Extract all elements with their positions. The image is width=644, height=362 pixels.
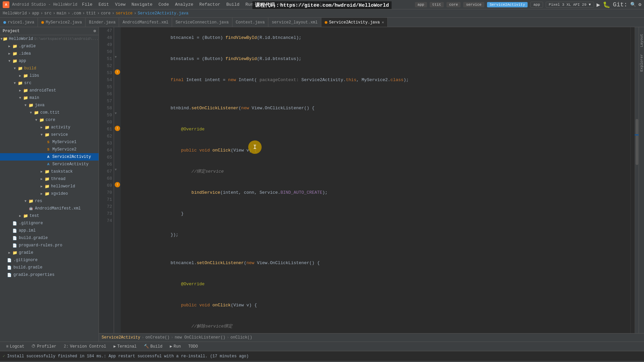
tree-serviceactivity[interactable]: A ServiceActivity — [0, 161, 99, 168]
tab-context[interactable]: Context.java — [232, 18, 268, 27]
fold-arrow-51[interactable]: ▼ — [115, 55, 117, 59]
editor-area: 47484950 51525354 55565758 59606162 6364… — [99, 27, 644, 342]
toolbar-service[interactable]: service — [463, 2, 484, 7]
path-helloworld[interactable]: HelloWorld — [3, 11, 27, 16]
tree-gradle[interactable]: ▶ 📁 .gradle — [0, 43, 99, 50]
tree-gradle-root[interactable]: ▶ 📁 gradle — [0, 249, 99, 256]
code-editor[interactable]: btncancel = (Button) findViewById(R.id.b… — [121, 27, 635, 333]
search-button[interactable]: 🔍 — [630, 2, 636, 7]
tab-serviceconnection[interactable]: ServiceConnection.java — [172, 18, 232, 27]
path-core[interactable]: core — [101, 11, 111, 16]
tree-test[interactable]: ▶ 📁 test — [0, 212, 99, 220]
tree-activity[interactable]: ▶ 📁 activity — [0, 124, 99, 131]
tree-androidmanifest-xml[interactable]: 🤖 AndroidManifest.xml — [0, 205, 99, 212]
tree-build[interactable]: ▼ 📁 build — [0, 65, 99, 72]
breadcrumb-oncreate[interactable]: onCreate() — [145, 335, 169, 340]
fold-arrow-59[interactable]: ▼ — [115, 112, 117, 115]
terminal-btn[interactable]: ▶ Terminal — [110, 343, 140, 350]
tree-taskstack[interactable]: ▶ 📁 taskstack — [0, 168, 99, 175]
breakpoint-53[interactable]: ! — [115, 69, 120, 75]
tree-main[interactable]: ▼ 📁 main — [0, 94, 99, 102]
tree-androidtest[interactable]: ▶ 📁 androidTest — [0, 87, 99, 94]
menu-navigate[interactable]: Navigate — [129, 1, 155, 8]
run-btn[interactable]: ▶ Run — [166, 343, 184, 350]
tab-service2layout[interactable]: service2_layout.xml — [268, 18, 321, 27]
folder-icon: 📁 — [23, 213, 28, 219]
tree-gitignore-app[interactable]: 📄 .gitignore — [0, 220, 99, 227]
toolbar-pixel[interactable]: Pixel 3 XL API 29 ▼ — [546, 2, 594, 8]
run-button[interactable]: ▶ — [597, 1, 600, 8]
toolbar-core[interactable]: core — [446, 2, 461, 7]
tab-myservice2[interactable]: MyService2.java — [38, 18, 86, 27]
tab-binder[interactable]: Binder.java — [86, 18, 119, 27]
path-app[interactable]: app — [32, 11, 39, 16]
tree-label: HelloWorld — [9, 37, 33, 41]
menu-file[interactable]: File — [79, 1, 95, 8]
tab-androidmanifest[interactable]: AndroidManifest.xml — [119, 18, 172, 27]
toolbar-service2activity[interactable]: Service2Activity — [487, 2, 528, 7]
tree-myservice2[interactable]: S MyService2 — [0, 146, 99, 153]
tree-buildgradle-app[interactable]: 📄 build.gradle — [0, 234, 99, 242]
tree-buildgradle-root[interactable]: 📄 build.gradle — [0, 264, 99, 271]
tree-core[interactable]: ▼ 📁 core — [0, 116, 99, 124]
tree-xgvideo[interactable]: ▶ 📁 xgvideo — [0, 190, 99, 197]
tree-gradle-properties[interactable]: 📄 gradle.properties — [0, 271, 99, 279]
tree-myservice1[interactable]: S MyService1 — [0, 138, 99, 146]
tree-java[interactable]: ▼ 📁 java — [0, 102, 99, 109]
menu-code[interactable]: Code — [156, 1, 172, 8]
tree-idea[interactable]: ▶ 📁 .idea — [0, 50, 99, 57]
toolbar-ttit[interactable]: ttit — [430, 2, 444, 7]
settings-button[interactable]: ⚙ — [639, 2, 641, 7]
path-ttit[interactable]: ttit — [86, 11, 96, 16]
build-btn[interactable]: 🔨 Build — [141, 343, 166, 350]
tree-res[interactable]: ▼ 📁 res — [0, 197, 99, 205]
vcs-btn[interactable]: 2: Version Control — [60, 344, 109, 350]
menu-build[interactable]: Build — [224, 1, 242, 8]
path-src[interactable]: src — [44, 11, 52, 16]
tree-arrow-icon: ▶ — [39, 125, 44, 129]
todo-btn[interactable]: TODO — [185, 344, 201, 350]
tree-app[interactable]: ▼ 📁 app — [0, 57, 99, 65]
toolbar-device-app[interactable]: app — [530, 2, 543, 8]
breadcrumb-service2activity[interactable]: Service2Activity — [102, 335, 140, 340]
tree-label: activity — [51, 125, 70, 130]
tree-proguard[interactable]: 📄 proguard-rules.pro — [0, 242, 99, 249]
main-layout: Project ⚙ ▼ 📁 HelloWorld D:\workspace\tt… — [0, 27, 644, 342]
tree-appiml[interactable]: 📄 app.iml — [0, 227, 99, 234]
menu-view[interactable]: View — [112, 1, 128, 8]
path-java[interactable]: .com — [71, 11, 81, 16]
profiler-btn[interactable]: ⏱ Profiler — [28, 343, 60, 350]
git-button[interactable]: Git: — [613, 1, 627, 8]
explorer-panel-btn[interactable]: Explorer — [640, 54, 644, 72]
tab-close[interactable]: ✕ — [382, 20, 384, 24]
path-main[interactable]: main — [57, 11, 66, 16]
tree-service-folder[interactable]: ▼ 📁 service — [0, 131, 99, 138]
menu-analyze[interactable]: Analyze — [172, 1, 196, 8]
fold-arrow-67[interactable]: ▼ — [115, 168, 117, 172]
layout-panel-btn[interactable]: Layout — [640, 34, 644, 47]
breakpoint-69[interactable]: ! — [115, 182, 120, 187]
tree-service2activity[interactable]: A Service2Activity — [0, 153, 99, 161]
tree-thread[interactable]: ▶ 📁 thread — [0, 175, 99, 183]
toolbar-app[interactable]: app — [415, 2, 427, 7]
tree-libs[interactable]: ▶ 📁 libs — [0, 72, 99, 79]
breadcrumb-onclicklistener[interactable]: new OnClickListener() — [175, 335, 225, 340]
menu-edit[interactable]: Edit — [96, 1, 112, 8]
tree-src[interactable]: ▼ 📁 src — [0, 79, 99, 87]
menu-refactor[interactable]: Refactor — [197, 1, 223, 8]
tab-service2activity[interactable]: Service2Activity.java ✕ — [321, 18, 388, 27]
breakpoint-61[interactable]: ! — [115, 126, 120, 131]
tree-gitignore-root[interactable]: 📄 .gitignore — [0, 256, 99, 264]
tree-label: helloworld — [51, 184, 75, 189]
sidebar-settings-icon[interactable]: ⚙ — [94, 28, 96, 34]
tab-rvice1[interactable]: rvice1.java — [0, 18, 38, 27]
breadcrumb-onclick[interactable]: onClick() — [230, 335, 252, 340]
tree-helloworld-pkg[interactable]: ▶ 📁 helloworld — [0, 183, 99, 190]
path-file[interactable]: Service2Activity.java — [138, 11, 189, 16]
code-line-54: //绑定service — [123, 161, 632, 182]
path-service[interactable]: service — [116, 11, 132, 16]
debug-button[interactable]: 🐛 — [603, 1, 610, 8]
tree-comttit[interactable]: ▼ 📁 com.ttit — [0, 109, 99, 116]
tree-helloworld[interactable]: ▼ 📁 HelloWorld D:\workspace\ttit\android… — [0, 35, 99, 43]
logcat-btn[interactable]: ≡ Logcat — [3, 344, 28, 350]
